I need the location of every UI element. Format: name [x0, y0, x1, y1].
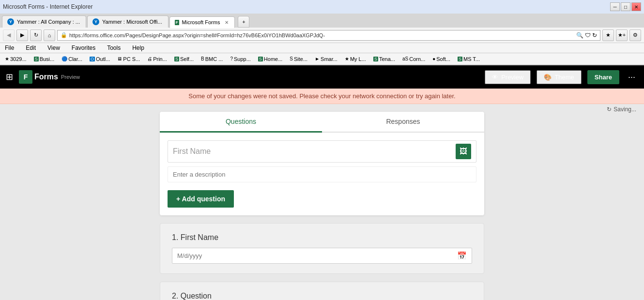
question-1-text: First Name [181, 233, 218, 241]
bookmark-16[interactable]: ● Soft... [429, 55, 453, 63]
address-bar-icons: 🔍 🛡 ↻ [576, 32, 597, 39]
menu-file[interactable]: File [3, 44, 16, 52]
image-icon: 🖼 [460, 147, 467, 156]
tab-responses-label: Responses [386, 118, 420, 125]
alert-banner: Some of your changes were not saved. Ple… [0, 89, 644, 104]
theme-button[interactable]: 🎨 Theme [537, 70, 581, 84]
bookmark-14[interactable]: S Tena... [370, 55, 398, 63]
preview-btn-label: Preview [501, 74, 523, 81]
bookmark-13[interactable]: ★ My L... [342, 55, 369, 63]
bookmarks-bar: ★ 3029... S Busi... 🔵 Clar... O Outl... … [0, 53, 644, 65]
preview-question-2: 2. Question [160, 282, 484, 300]
grid-icon[interactable]: ⊞ [6, 72, 13, 82]
tab-close-icon[interactable]: ✕ [225, 20, 229, 25]
calendar-icon[interactable]: 📅 [457, 251, 467, 260]
minimize-button[interactable]: ─ [610, 2, 620, 11]
bookmark-icon-13: ★ [345, 56, 349, 61]
forms-app-name: Forms [34, 73, 58, 81]
tab-yammer-1[interactable]: Y Yammer : All Company : ... [2, 15, 86, 28]
bookmark-9[interactable]: ? Supp... [227, 55, 253, 63]
add-question-button[interactable]: + Add question [168, 190, 234, 208]
security-icon: 🛡 [585, 32, 591, 39]
new-tab-button[interactable]: + [238, 16, 249, 28]
center-panel: Questions Responses 🖼 [8, 112, 636, 300]
search-icon: 🔍 [576, 32, 583, 39]
question-1-label: 1. First Name [172, 233, 472, 242]
bookmark-5[interactable]: 🖥 PC S... [114, 55, 143, 63]
preview-button[interactable]: 👁 Preview [485, 70, 531, 84]
forward-button[interactable]: ▶ [16, 30, 28, 41]
bookmark-icon-17: S [458, 57, 462, 61]
bookmark-1[interactable]: ★ 3029... [2, 55, 30, 63]
menu-favorites[interactable]: Favorites [70, 44, 97, 52]
alert-message: Some of your changes were not saved. Ple… [188, 92, 455, 100]
menu-view[interactable]: View [46, 44, 62, 52]
forms-icon-letter: F [24, 73, 28, 81]
forms-logo: F Forms Preview [19, 70, 80, 84]
url-text: https://forms.office.com/Pages/DesignPag… [69, 32, 574, 38]
yammer-favicon-1: Y [7, 18, 14, 25]
refresh-button[interactable]: ↻ [30, 30, 42, 41]
back-button[interactable]: ◀ [3, 30, 15, 41]
menu-bar: File Edit View Favorites Tools Help [0, 43, 644, 53]
bookmark-icon-12: ► [315, 56, 320, 61]
date-input[interactable] [177, 252, 457, 259]
preview-btn-icon: 👁 [492, 74, 498, 81]
forms-favicon: F [175, 20, 179, 25]
saving-spin-icon: ↻ [607, 106, 612, 113]
forms-icon-box: F [19, 70, 32, 84]
close-button[interactable]: ✕ [631, 2, 641, 11]
bookmark-3[interactable]: 🔵 Clar... [59, 55, 85, 63]
bookmark-6[interactable]: 🖨 Prin... [144, 55, 170, 63]
tab-yammer-2[interactable]: Y Yammer : Microsoft Offi... [87, 15, 169, 28]
tab-forms[interactable]: F Microsoft Forms ✕ [169, 16, 235, 28]
description-input[interactable] [168, 166, 476, 182]
bookmark-12[interactable]: ► Smar... [312, 55, 340, 63]
lock-icon: 🔒 [61, 32, 67, 38]
form-tabs: Questions Responses [160, 112, 484, 133]
share-button[interactable]: Share [587, 70, 619, 84]
saving-text: Saving... [613, 106, 636, 113]
bookmark-15[interactable]: aS Corn... [399, 55, 428, 63]
bookmark-2[interactable]: S Busi... [31, 55, 58, 63]
bookmark-icon-15: aS [402, 56, 408, 61]
question-2-text: Question [181, 292, 212, 300]
tab-questions-label: Questions [226, 118, 256, 125]
app-header: ⊞ F Forms Preview 👁 Preview 🎨 Theme Shar… [0, 65, 644, 89]
tools-button[interactable]: ⚙ [629, 30, 641, 41]
bookmark-10[interactable]: S Home... [255, 55, 286, 63]
theme-btn-label: Theme [554, 74, 574, 81]
question-2-number: 2. [172, 292, 178, 300]
saving-indicator: ↻ Saving... [607, 106, 636, 113]
tab-label-yammer-1: Yammer : All Company : ... [17, 19, 80, 25]
main-content: ↻ Saving... Questions Responses [0, 104, 644, 300]
home-button[interactable]: ⌂ [44, 30, 55, 41]
tab-responses[interactable]: Responses [322, 112, 484, 132]
maximize-button[interactable]: □ [621, 2, 630, 11]
bookmark-icon-8: B [201, 56, 204, 61]
address-bar[interactable]: 🔒 https://forms.office.com/Pages/DesignP… [57, 30, 600, 41]
preview-questions-section: 1. First Name 📅 2. Question [160, 215, 484, 300]
menu-edit[interactable]: Edit [24, 44, 38, 52]
bookmark-icon-5: 🖥 [117, 56, 122, 61]
bookmark-7[interactable]: S Self... [171, 55, 197, 63]
tab-questions[interactable]: Questions [160, 112, 322, 133]
bookmark-icon-6: 🖨 [147, 56, 152, 61]
bookmark-11[interactable]: S Site... [287, 55, 310, 63]
favorites-star-button[interactable]: ★ [602, 30, 614, 41]
bookmark-icon-7: S [174, 57, 179, 61]
tab-label-yammer-2: Yammer : Microsoft Offi... [102, 19, 162, 25]
insert-image-button[interactable]: 🖼 [456, 144, 471, 159]
bookmark-icon-2: S [34, 57, 39, 61]
menu-help[interactable]: Help [130, 44, 146, 52]
date-input-row: 📅 [172, 248, 472, 264]
menu-tools[interactable]: Tools [105, 44, 123, 52]
theme-btn-icon: 🎨 [544, 74, 552, 81]
bookmark-8[interactable]: B BMC ... [198, 55, 226, 63]
refresh-small-icon: ↻ [592, 32, 597, 39]
add-favorites-button[interactable]: ★+ [616, 30, 628, 41]
more-options-button[interactable]: ··· [625, 69, 638, 85]
question-title-input[interactable] [173, 147, 456, 156]
bookmark-17[interactable]: S MS T... [455, 55, 483, 63]
bookmark-4[interactable]: O Outl... [87, 55, 113, 63]
